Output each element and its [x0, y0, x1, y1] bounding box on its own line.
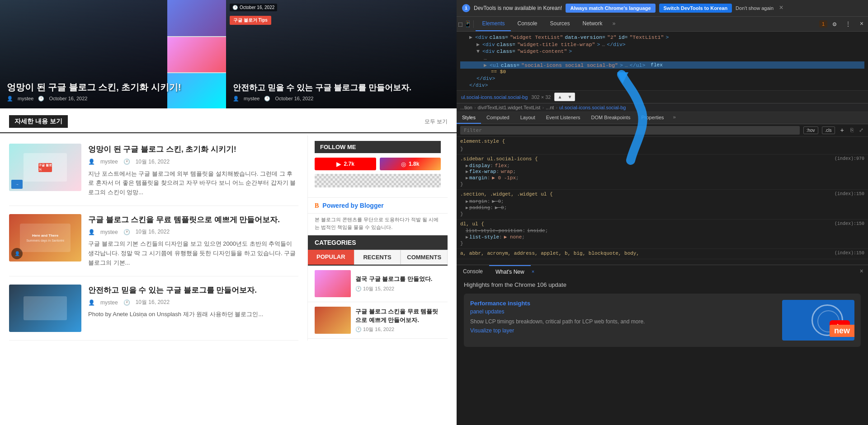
subtab-styles[interactable]: Styles	[457, 112, 481, 124]
css-arrow-flexwrap[interactable]: ▶	[466, 169, 468, 174]
console-tab-btn[interactable]: Console	[457, 266, 489, 277]
cls-filter-btn[interactable]: .cls	[822, 126, 835, 134]
powered-by-section: Powered by Blogger	[308, 198, 448, 214]
subtab-layout[interactable]: Layout	[515, 112, 541, 124]
css-source-a[interactable]: (index):150	[835, 251, 864, 257]
article-title-1[interactable]: 엉망이 된 구글 블로그 스킨, 초기화 시키기!	[88, 144, 298, 155]
hov-filter-btn[interactable]: :hov	[803, 126, 818, 134]
scroll-controls: ▲ ▼	[554, 93, 575, 101]
article-excerpt-2: 구글 블로그의 기본 스킨들의 디자인을 보고 있으면 2000년도 초반의 추…	[88, 239, 298, 267]
tab-popular[interactable]: POPULAR	[308, 250, 354, 265]
notification-close-icon[interactable]: ×	[779, 4, 783, 12]
dom-dollar-zero: == $0	[491, 69, 506, 75]
cat-tabs: POPULAR RECENTS COMMENTS	[308, 250, 448, 266]
subtab-computed[interactable]: Computed	[481, 112, 515, 124]
css-arrow-padding-s[interactable]: ▶	[466, 205, 468, 210]
dom-endtag-root: </div>	[469, 82, 488, 88]
powered-by-text[interactable]: Powered by Blogger	[322, 202, 383, 209]
tab-network[interactable]: Network	[576, 17, 609, 31]
css-close-4: }	[460, 241, 463, 246]
scroll-down-btn[interactable]: ▼	[565, 93, 575, 101]
css-source-dl-ul[interactable]: (index):150	[835, 221, 864, 228]
cursor-icon[interactable]: ⬚	[458, 20, 462, 28]
add-style-icon[interactable]: +	[839, 127, 846, 134]
css-rule-header-3: .section, .widget, .widget ul { (index):…	[460, 191, 864, 198]
mobile-icon[interactable]: 📱	[464, 20, 472, 28]
breadcrumb-bar: ...tion › div#TextList1.widget.TextList …	[457, 103, 868, 112]
css-source-sidebar[interactable]: (index):970	[835, 156, 864, 163]
css-prop-name-flexwrap: flex-wrap	[469, 169, 496, 174]
wn-card-performance-link[interactable]: Performance insights	[470, 300, 776, 307]
more-options-icon[interactable]: ⋮	[842, 18, 854, 30]
section-more-btn[interactable]: 모두 보기	[425, 118, 448, 126]
dom-triangle-5[interactable]: ▶	[484, 62, 487, 68]
subtab-dom-breakpoints[interactable]: DOM Breakpoints	[586, 112, 636, 124]
css-close-brace: }	[460, 146, 463, 152]
instagram-follow-btn[interactable]: ◎ 1.8k	[380, 158, 441, 170]
hero-left-date: October 16, 2022	[49, 96, 87, 102]
bc-item-active[interactable]: ul.social-icons.social.social-bg	[559, 105, 626, 110]
filter-input[interactable]	[460, 126, 800, 135]
switch-devtools-btn[interactable]: Switch DevTools to Korean	[659, 4, 732, 13]
meta-person-icon-2: 👤	[88, 229, 95, 235]
css-selector-sidebar: .sidebar ul.social-icons {	[460, 156, 538, 162]
subtab-event-listeners[interactable]: Event Listeners	[541, 112, 586, 124]
dom-triangle-1[interactable]: ▶	[469, 34, 472, 40]
instagram-count: 1.8k	[409, 161, 419, 167]
article-item: 구글 블로거 → 엉망이 된 구글 블로그 스킨, 초기화 시키기! 👤 mys…	[9, 135, 298, 206]
dom-line-3: ▼ <div class="widget-content" >	[460, 48, 864, 55]
css-prop-val-margin: ▶ 0 -1px	[492, 175, 516, 181]
powered-desc: 본 블로그의 콘텐츠를 무단으로 도용하다가 적발 될 시에는 법적인 책임을 …	[308, 214, 448, 235]
follow-grid: ▶ 2.7k ◎ 1.8k	[315, 158, 441, 187]
article-title-3[interactable]: 안전하고 믿을 수 있는 구글 블로그를 만들어보자.	[88, 285, 298, 296]
tab-console[interactable]: Console	[511, 17, 543, 31]
tab-recents[interactable]: RECENTS	[354, 250, 401, 265]
tab-elements[interactable]: Elements	[476, 17, 511, 31]
bc-item-textlist[interactable]: div#TextList1.widget.TextList	[478, 105, 541, 110]
match-language-btn[interactable]: Always match Chrome's language	[566, 4, 655, 13]
devtools-panel: i DevTools is now available in Korean! A…	[457, 0, 868, 425]
css-arrow-display[interactable]: ▶	[466, 163, 468, 168]
dom-triangle-2[interactable]: ▶	[476, 41, 480, 47]
whats-new-title: Highlights from the Chrome 106 update	[464, 281, 861, 288]
console-close-btn[interactable]: ×	[855, 265, 868, 278]
tab-sources[interactable]: Sources	[544, 17, 576, 31]
wn-card-text: Performance insights panel updates Show …	[470, 300, 776, 341]
hero-right-meta: 👤 mystee 🕐 October 16, 2022	[233, 96, 411, 102]
dom-attr-id-val: "TextList1"	[629, 34, 664, 40]
copy-icon[interactable]: ⎘	[849, 127, 854, 134]
settings-icon[interactable]: ⚙	[828, 18, 841, 30]
youtube-follow-btn[interactable]: ▶ 2.7k	[315, 158, 376, 170]
bc-sep-1: ›	[474, 105, 476, 110]
dom-attr-class-2: class=	[497, 42, 515, 47]
whats-new-tab-btn[interactable]: What's New	[489, 265, 531, 278]
tab-comments[interactable]: COMMENTS	[401, 250, 448, 265]
more-tabs-btn[interactable]: »	[609, 17, 619, 31]
thumb-label: 구글 블로거	[38, 163, 52, 172]
bc-item-tion[interactable]: ...tion	[460, 105, 472, 110]
article-meta-1: 👤 mystee 🕐 10월 16, 2022	[88, 158, 298, 166]
scroll-up-btn[interactable]: ▲	[555, 93, 565, 101]
article-excerpt-1: 지난 포스트에서는 구글 블로그에 외부 템플릿을 설치해봤습니다. 그런데 그…	[88, 169, 298, 197]
dom-triangle-3[interactable]: ▼	[476, 48, 480, 54]
article-title-2[interactable]: 구글 블로그 스킨을 무료 템플릿으로 예쁘게 만들어보자.	[88, 214, 298, 226]
wn-more-link[interactable]: Visualize top layer	[470, 327, 776, 334]
dont-show-again-btn[interactable]: Don't show again	[736, 5, 774, 11]
css-close-2: }	[460, 182, 463, 187]
css-arrow-margin-s[interactable]: ▶	[466, 199, 468, 204]
meta-author-1: mystee	[100, 159, 118, 165]
popular-title-2[interactable]: 구글 블로그 스킨을 무료 템플릿으로 예쁘게 만들어보자.	[355, 308, 441, 324]
wn-card-sub-link[interactable]: panel updates	[470, 308, 776, 315]
css-source-section[interactable]: (index):150	[835, 191, 864, 198]
close-devtools-icon[interactable]: ×	[855, 18, 868, 30]
fullscreen-icon[interactable]: ⤢	[858, 127, 864, 134]
element-tooltip: ul.social-icons.social.social-bg 302 × 3…	[457, 91, 868, 103]
subtab-more[interactable]: »	[670, 112, 680, 124]
subtab-properties[interactable]: Properties	[636, 112, 669, 124]
css-arrow-liststyle[interactable]: ▶	[466, 234, 468, 240]
dom-line-5-selected[interactable]: ▶ <ul class="social-icons social social-…	[460, 61, 864, 69]
popular-title-1[interactable]: 결국 구글 블로그를 만들었다.	[355, 275, 441, 283]
css-arrow-margin[interactable]: ▶	[466, 175, 468, 181]
bc-item-nt[interactable]: ...nt	[546, 105, 554, 110]
dom-ellipsis-4: …	[484, 55, 487, 61]
